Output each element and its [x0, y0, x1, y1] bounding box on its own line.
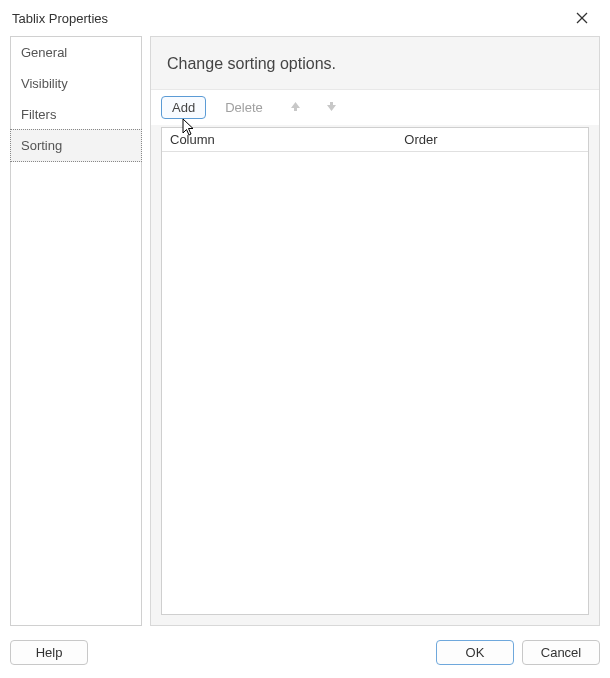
move-up-button[interactable] [282, 97, 310, 119]
add-button[interactable]: Add [161, 96, 206, 119]
help-button[interactable]: Help [10, 640, 88, 665]
main-panel: Change sorting options. Add Delete Colum… [150, 36, 600, 626]
column-header-column[interactable]: Column [162, 128, 396, 151]
arrow-up-icon [290, 101, 301, 115]
sidebar-item-filters[interactable]: Filters [11, 99, 141, 130]
close-button[interactable] [564, 4, 600, 32]
delete-button[interactable]: Delete [214, 96, 274, 119]
toolbar: Add Delete [151, 89, 599, 125]
grid-header: Column Order [162, 128, 588, 152]
panel-heading: Change sorting options. [151, 37, 599, 89]
footer: Help OK Cancel [10, 636, 600, 668]
sidebar: General Visibility Filters Sorting [10, 36, 142, 626]
content-area: General Visibility Filters Sorting Chang… [10, 36, 600, 626]
arrow-down-icon [326, 101, 337, 115]
sort-grid: Column Order [161, 127, 589, 615]
column-header-order[interactable]: Order [396, 128, 588, 151]
grid-body [162, 152, 588, 614]
sidebar-item-visibility[interactable]: Visibility [11, 68, 141, 99]
sidebar-item-general[interactable]: General [11, 37, 141, 68]
ok-button[interactable]: OK [436, 640, 514, 665]
sidebar-item-sorting[interactable]: Sorting [10, 129, 142, 162]
window-title: Tablix Properties [12, 11, 108, 26]
titlebar: Tablix Properties [0, 0, 610, 36]
move-down-button[interactable] [318, 97, 346, 119]
cancel-button[interactable]: Cancel [522, 640, 600, 665]
close-icon [576, 10, 588, 27]
